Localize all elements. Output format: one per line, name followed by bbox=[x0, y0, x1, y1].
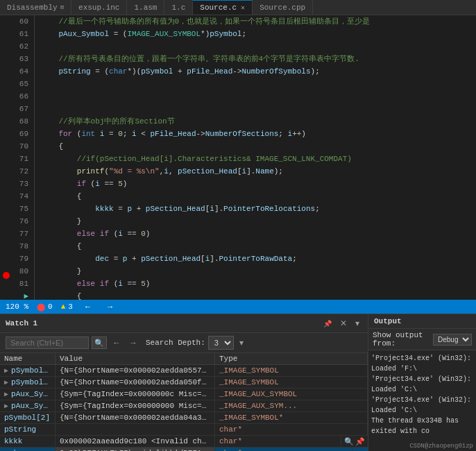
code-line-63: //所有符号表条目的位置，跟着一个字符串。字符串表的前4个字节是字符串表中字节数… bbox=[40, 53, 470, 65]
code-line-78: { bbox=[40, 240, 470, 253]
watch-row[interactable]: ▶pAux_Symbol[10] {Sym={TagIndex=0x000000… bbox=[0, 400, 368, 412]
watch-output-panel: Watch 1 📌 ✕ ▾ 🔍 ← → Search Depth: 31245 … bbox=[0, 314, 476, 451]
show-output-label: Show output from: bbox=[373, 331, 430, 348]
watch-row[interactable]: pSymbol[2] {N={ShortName=0x000002aedda04… bbox=[0, 412, 368, 424]
collapse-watch-button[interactable]: ▾ bbox=[352, 317, 362, 330]
watch-search-button[interactable]: 🔍 bbox=[92, 337, 107, 349]
watch-row-dec[interactable]: ▶dec 0x00\DEFAULTLIB\uuid.lib\'/DEFAUL..… bbox=[0, 448, 368, 451]
code-line-66 bbox=[40, 90, 470, 103]
error-count: ⬤ 0 bbox=[37, 303, 53, 312]
breakpoint-marker bbox=[3, 272, 10, 279]
code-line-72: printf("%d = %s\n",i, pSection_Head[i].N… bbox=[40, 165, 470, 178]
tab-sourcecpp[interactable]: Source.cpp bbox=[253, 0, 313, 15]
watch-column-headers: Name Value Type bbox=[0, 353, 368, 365]
code-line-73: if (i == 5) bbox=[40, 178, 470, 190]
code-line-82: { bbox=[40, 290, 470, 300]
watermark: CSDN@zhaopeng01zp bbox=[368, 441, 476, 451]
code-line-65 bbox=[40, 78, 470, 90]
tab-exsup[interactable]: exsup.inc bbox=[71, 0, 127, 15]
col-header-name: Name bbox=[0, 353, 56, 364]
zoom-level: 120 % bbox=[6, 303, 28, 311]
line-numbers: 60 61 62 63 64 65 66 67 68 69 70 71 72 7… bbox=[0, 15, 35, 300]
tab-1asm[interactable]: 1.asm bbox=[127, 0, 164, 15]
watch-row[interactable]: kkkk 0x000002aaeadd9c180 <Invalid charac… bbox=[0, 436, 368, 448]
tab-1c[interactable]: 1.c bbox=[164, 0, 193, 15]
code-line-64: pString = (char*)(pSymbol + pFile_Head->… bbox=[40, 65, 470, 78]
nav-back-button[interactable]: ← bbox=[81, 300, 95, 313]
search-depth-select[interactable]: 31245 bbox=[208, 336, 234, 350]
output-source-select[interactable]: Debug bbox=[433, 334, 472, 346]
code-line-76: } bbox=[40, 215, 470, 228]
output-line: 'Project34.exe' (Win32): Loaded 'C:\ bbox=[371, 374, 473, 395]
code-status-bar: 120 % ⬤ 0 ▲ 3 ← → bbox=[0, 300, 476, 314]
code-line-61: pAux_Symbol = (IMAGE_AUX_SYMBOL*)pSymbol… bbox=[40, 28, 470, 40]
depth-dropdown-button[interactable]: ▾ bbox=[237, 337, 246, 349]
code-line-60: //最后一个符号辅助条的所有值为0，也就是说，如果一个符号条目后根田辅助条目，至… bbox=[40, 15, 470, 28]
tab-disassembly[interactable]: Disassembly ⊠ bbox=[0, 0, 71, 15]
output-content: 'Project34.exe' (Win32): Loaded 'F:\ 'Pr… bbox=[368, 350, 476, 441]
output-line: 'Project34.exe' (Win32): Loaded 'C:\ bbox=[371, 395, 473, 416]
output-line: 'Project34.exe' (Win32): Loaded 'F:\ bbox=[371, 353, 473, 374]
close-watch-button[interactable]: ✕ bbox=[337, 317, 350, 330]
col-header-value: Value bbox=[56, 353, 215, 364]
search-depth-label: Search Depth: bbox=[146, 339, 205, 347]
code-line-71: //if(pSection_Head[i].Characteristics& I… bbox=[40, 153, 470, 165]
watch-table: ▶pSymbol[12] {N={ShortName=0x000002aedda… bbox=[0, 365, 368, 451]
output-toolbar: Show output from: Debug bbox=[368, 329, 476, 350]
code-line-68: //列举本obj中的所有Section节 bbox=[40, 115, 470, 128]
output-line: The thread 0x334B has exited with co bbox=[371, 416, 473, 436]
nav-forward-button[interactable]: → bbox=[103, 300, 117, 313]
output-title: Output bbox=[368, 314, 476, 329]
pin-button[interactable]: 📌 bbox=[321, 317, 334, 330]
cursor-icon: ↖ bbox=[355, 449, 360, 452]
code-line-69: for (int i = 0; i < pFile_Head->NumberOf… bbox=[40, 128, 470, 140]
watch-search-input[interactable] bbox=[6, 337, 89, 349]
watch-panel-left: Watch 1 📌 ✕ ▾ 🔍 ← → Search Depth: 31245 … bbox=[0, 314, 368, 451]
code-line-81: else if (i == 5) bbox=[40, 278, 470, 290]
output-panel: Output Show output from: Debug 'Project3… bbox=[368, 314, 476, 451]
col-header-type: Type bbox=[215, 353, 368, 364]
code-line-62 bbox=[40, 40, 470, 53]
magnify-icon[interactable]: 🔍 bbox=[344, 437, 354, 446]
code-editor: 60 61 62 63 64 65 66 67 68 69 70 71 72 7… bbox=[0, 15, 476, 300]
code-line-67 bbox=[40, 103, 470, 115]
code-line-77: else if (i == 0) bbox=[40, 228, 470, 240]
code-content[interactable]: //最后一个符号辅助条的所有值为0，也就是说，如果一个符号条目后根田辅助条目，至… bbox=[35, 15, 476, 300]
nav-forward-watch[interactable]: → bbox=[126, 337, 140, 349]
warning-count: ▲ 3 bbox=[61, 303, 73, 311]
code-line-79: dec = p + pSection_Head[i].PointerToRawD… bbox=[40, 253, 470, 265]
watch-header: Watch 1 📌 ✕ ▾ bbox=[0, 314, 368, 333]
code-line-74: { bbox=[40, 190, 470, 203]
tab-bar: Disassembly ⊠ exsup.inc 1.asm 1.c Source… bbox=[0, 0, 476, 15]
nav-back-watch[interactable]: ← bbox=[110, 337, 124, 349]
code-line-70: { bbox=[40, 140, 470, 153]
tab-sourcec[interactable]: Source.c ✕ bbox=[193, 0, 253, 15]
code-line-75: kkkk = p + pSection_Head[i].PointerToRel… bbox=[40, 203, 470, 215]
watch-row[interactable]: ▶pSymbol[8] {N={ShortName=0x000002aedda0… bbox=[0, 377, 368, 389]
watch-title: Watch 1 bbox=[6, 319, 37, 327]
pin-small-icon[interactable]: 📌 bbox=[355, 437, 365, 446]
watch-row[interactable]: pString char* bbox=[0, 424, 368, 436]
close-tab-icon[interactable]: ✕ bbox=[241, 3, 245, 12]
watch-row[interactable]: ▶pAux_Symbol[9] {Sym={TagIndex=0x0000000… bbox=[0, 389, 368, 400]
refresh-icon[interactable]: ↺ bbox=[360, 448, 365, 452]
watch-toolbar: 🔍 ← → Search Depth: 31245 ▾ bbox=[0, 333, 368, 353]
watch-row[interactable]: ▶pSymbol[12] {N={ShortName=0x000002aedda… bbox=[0, 365, 368, 377]
code-line-80: } bbox=[40, 265, 470, 278]
